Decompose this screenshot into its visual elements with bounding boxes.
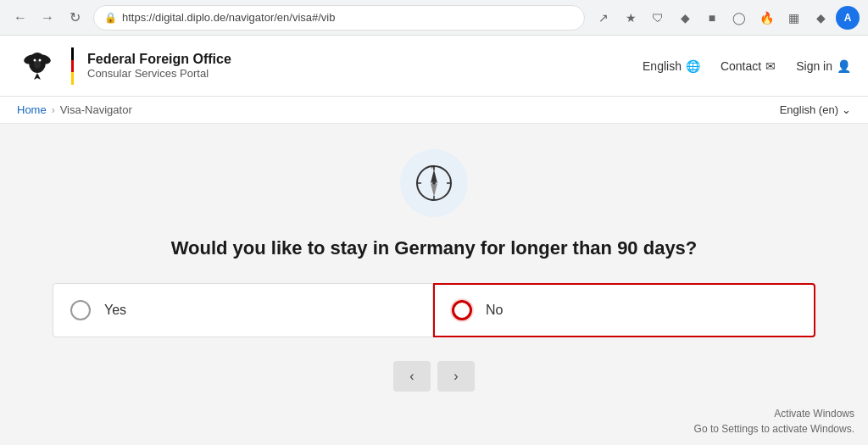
header-left: Federal Foreign Office Consular Services… bbox=[17, 46, 231, 86]
radio-yes[interactable] bbox=[70, 300, 91, 320]
header-title-block: Federal Foreign Office Consular Services… bbox=[87, 52, 231, 80]
forward-nav-button[interactable]: › bbox=[437, 361, 475, 392]
question-text: Would you like to stay in Germany for lo… bbox=[171, 237, 698, 259]
browser-nav-buttons: ← → ↻ bbox=[8, 6, 86, 30]
compass-container: N bbox=[400, 149, 468, 217]
contact-label: Contact bbox=[721, 59, 761, 73]
option-yes-label: Yes bbox=[104, 303, 126, 318]
windows-notice: Activate Windows Go to Settings to activ… bbox=[694, 406, 854, 437]
options-row: Yes No bbox=[53, 283, 815, 337]
back-arrow-icon: ‹ bbox=[409, 369, 414, 384]
page: Federal Foreign Office Consular Services… bbox=[0, 36, 868, 445]
address-bar[interactable]: 🔒 https://digital.diplo.de/navigator/en/… bbox=[93, 5, 585, 31]
option-no[interactable]: No bbox=[433, 283, 815, 337]
mail-icon: ✉ bbox=[765, 59, 776, 73]
svg-point-3 bbox=[34, 60, 41, 69]
nav-buttons: ‹ › bbox=[393, 361, 475, 392]
header-right: English 🌐 Contact ✉ Sign in 👤 bbox=[643, 59, 851, 73]
site-header: Federal Foreign Office Consular Services… bbox=[0, 36, 868, 97]
signin-nav-item[interactable]: Sign in 👤 bbox=[796, 59, 851, 73]
lock-icon: 🔒 bbox=[104, 12, 117, 24]
federal-eagle-logo bbox=[17, 46, 58, 86]
globe-icon: 🌐 bbox=[686, 59, 700, 73]
svg-marker-10 bbox=[431, 183, 437, 197]
main-content: N Would you like to stay in Germany for … bbox=[0, 124, 868, 409]
org-subtitle: Consular Services Portal bbox=[87, 67, 231, 80]
reload-button[interactable]: ↻ bbox=[63, 6, 86, 30]
option-no-label: No bbox=[486, 303, 503, 318]
german-flag-divider bbox=[71, 47, 74, 85]
org-name: Federal Foreign Office bbox=[87, 52, 231, 67]
profile-button[interactable]: A bbox=[836, 6, 860, 30]
breadcrumb-home[interactable]: Home bbox=[17, 103, 47, 116]
vpn-icon[interactable]: ◆ bbox=[673, 6, 697, 30]
extension-icon[interactable]: ◆ bbox=[809, 6, 832, 30]
option-yes[interactable]: Yes bbox=[53, 283, 433, 337]
forward-button[interactable]: → bbox=[36, 6, 59, 30]
forward-arrow-icon: › bbox=[453, 369, 458, 384]
browser-chrome: ← → ↻ 🔒 https://digital.diplo.de/navigat… bbox=[0, 0, 868, 36]
bookmark-icon[interactable]: ★ bbox=[619, 6, 643, 30]
signin-label: Sign in bbox=[796, 59, 832, 73]
svg-point-6 bbox=[39, 58, 42, 61]
language-label: English bbox=[643, 59, 682, 73]
breadcrumb-bar: Home › Visa-Navigator English (en) ⌄ bbox=[0, 97, 868, 124]
browser-actions: ↗ ★ 🛡 ◆ ■ ◯ 🔥 ▦ ◆ A bbox=[592, 6, 860, 30]
svg-point-5 bbox=[34, 58, 36, 61]
language-selector[interactable]: English (en) ⌄ bbox=[780, 103, 851, 116]
windows-notice-line1: Activate Windows bbox=[694, 406, 854, 421]
compass-icon: N bbox=[414, 163, 454, 203]
back-nav-button[interactable]: ‹ bbox=[393, 361, 431, 392]
person-icon: 👤 bbox=[837, 59, 851, 73]
contact-nav-item[interactable]: Contact ✉ bbox=[721, 59, 776, 73]
breadcrumb-separator: › bbox=[52, 104, 55, 116]
url-text: https://digital.diplo.de/navigator/en/vi… bbox=[122, 11, 574, 24]
window-split-icon[interactable]: ▦ bbox=[782, 6, 805, 30]
back-button[interactable]: ← bbox=[8, 6, 32, 30]
circle-icon[interactable]: ◯ bbox=[727, 6, 751, 30]
language-nav-item[interactable]: English 🌐 bbox=[643, 59, 700, 73]
eagle-svg bbox=[19, 47, 56, 85]
share-icon[interactable]: ↗ bbox=[592, 6, 615, 30]
radio-no[interactable] bbox=[452, 300, 472, 320]
chevron-down-icon: ⌄ bbox=[842, 103, 851, 116]
shield-icon[interactable]: 🛡 bbox=[646, 6, 670, 30]
svg-marker-9 bbox=[431, 170, 437, 183]
windows-notice-line2: Go to Settings to activate Windows. bbox=[694, 421, 854, 437]
svg-marker-4 bbox=[34, 73, 41, 80]
fire-icon[interactable]: 🔥 bbox=[754, 6, 778, 30]
language-selector-label: English (en) bbox=[780, 103, 838, 116]
breadcrumb: Home › Visa-Navigator bbox=[17, 103, 132, 116]
adblock-icon[interactable]: ■ bbox=[700, 6, 724, 30]
breadcrumb-current: Visa-Navigator bbox=[60, 103, 132, 116]
